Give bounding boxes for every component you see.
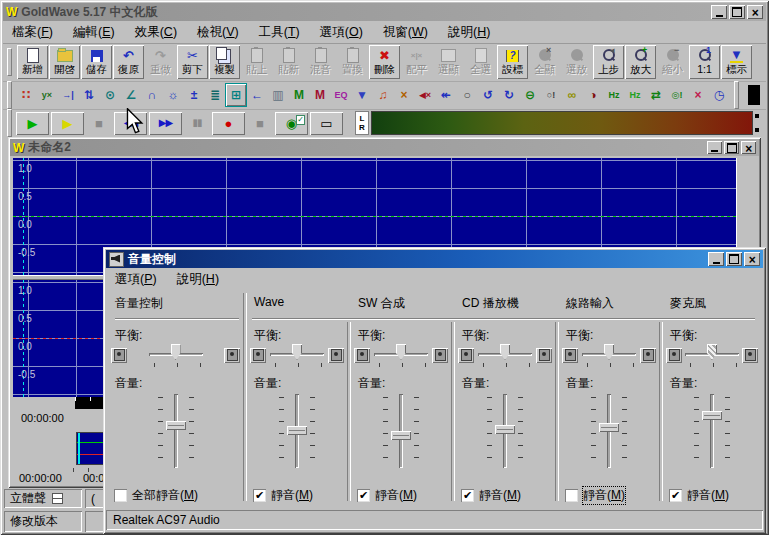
set-marker-button[interactable]: 設標 <box>497 45 528 79</box>
balance-slider[interactable] <box>580 342 638 368</box>
undo-button[interactable]: ↶復原 <box>113 45 144 79</box>
fast-forward-button[interactable]: ▶▶ <box>149 112 182 135</box>
rotate-left-icon[interactable]: ↺ <box>478 84 498 106</box>
mute-label[interactable]: 靜音(M) <box>271 487 313 504</box>
timer-icon[interactable]: ◷ <box>709 84 729 106</box>
open-button[interactable]: 開啓 <box>49 45 80 79</box>
maximize-button[interactable] <box>729 5 745 19</box>
balance-thumb[interactable] <box>500 344 510 360</box>
toolbar-grip[interactable] <box>7 109 12 137</box>
fit-window-icon[interactable]: ⇅ <box>79 84 99 106</box>
volume-match-icon[interactable]: ◎! <box>667 84 687 106</box>
prev-zoom-button[interactable]: ◂上步 <box>593 45 624 79</box>
balance-slider[interactable] <box>268 342 326 368</box>
mute-checkbox[interactable]: ✔ <box>669 489 682 502</box>
stereo-link-icon[interactable]: ∞ <box>562 84 582 106</box>
mute-checkbox[interactable]: ✔ <box>357 489 370 502</box>
close-button[interactable] <box>747 5 763 19</box>
volume-thumb[interactable] <box>391 431 411 440</box>
volume-slider[interactable] <box>152 391 200 475</box>
statistics-icon[interactable]: ▥ <box>268 84 288 106</box>
toolbar-grip[interactable] <box>7 81 12 109</box>
mix-button[interactable]: 混音 <box>305 45 336 79</box>
one-to-one-button[interactable]: 11:1 <box>689 45 720 79</box>
loop-icon[interactable]: ∩ <box>142 84 162 106</box>
silence-icon[interactable]: ◀× <box>415 84 435 106</box>
stop-button[interactable]: ■ <box>86 112 112 135</box>
volume-thumb[interactable] <box>287 426 307 435</box>
balance-thumb[interactable] <box>292 344 302 360</box>
main-titlebar[interactable]: W GoldWave 5.17 中文化版 <box>3 3 766 21</box>
mute-checkbox[interactable]: ✔ <box>253 489 266 502</box>
monitor-toggle-button[interactable]: ◉✓ <box>275 112 308 135</box>
maximize-selection-icon[interactable]: ⊞ <box>226 84 246 106</box>
channel-convert-icon[interactable]: ⇄ <box>646 84 666 106</box>
mute-checkbox[interactable] <box>114 489 127 502</box>
show-all-button[interactable]: ×全顯 <box>529 45 560 79</box>
menu-edit[interactable]: 編輯(E) <box>73 24 115 41</box>
effects-gear-icon[interactable]: ☼ <box>163 84 183 106</box>
mute-label[interactable]: 靜音(M) <box>583 487 625 504</box>
menu-tool[interactable]: 工具(T) <box>259 24 300 41</box>
volume-slider[interactable] <box>377 391 425 475</box>
mixer-titlebar[interactable]: 音量控制 <box>106 250 763 268</box>
cut-button[interactable]: ✂剪下 <box>177 45 208 79</box>
invert-icon[interactable]: ± <box>184 84 204 106</box>
balance-slider[interactable] <box>476 342 534 368</box>
maximize-button[interactable] <box>726 252 742 266</box>
mute-label[interactable]: 靜音(M) <box>375 487 417 504</box>
volume-thumb[interactable] <box>166 421 186 430</box>
noise-reduction-icon[interactable]: × <box>394 84 414 106</box>
equalizer-icon[interactable]: EQ <box>331 84 351 106</box>
menu-options[interactable]: 選項(O) <box>320 24 363 41</box>
balance-thumb[interactable] <box>604 344 614 360</box>
mixer-icon[interactable]: ≣ <box>205 84 225 106</box>
copy-button[interactable]: 複製 <box>209 45 240 79</box>
balance-slider[interactable] <box>372 342 430 368</box>
balance-slider[interactable] <box>683 342 741 368</box>
compressor-icon[interactable]: ⊖ <box>520 84 540 106</box>
mixer-menu-options[interactable]: 選項(P) <box>115 271 157 288</box>
play-button[interactable]: ▶ <box>16 112 49 135</box>
menu-help[interactable]: 說明(H) <box>448 24 490 41</box>
minimize-button[interactable] <box>708 252 724 266</box>
playback-rate-icon[interactable]: Hz <box>604 84 624 106</box>
volume-slider[interactable] <box>273 391 321 475</box>
balance-thumb[interactable] <box>707 344 717 360</box>
redo-button[interactable]: ↷重做 <box>145 45 176 79</box>
mute-checkbox[interactable] <box>565 489 578 502</box>
editor-titlebar[interactable]: W 未命名2 <box>10 139 759 156</box>
paste-button[interactable]: 貼上 <box>241 45 272 79</box>
menu-view[interactable]: 檢視(V) <box>197 24 239 41</box>
volume-slider[interactable] <box>688 391 736 475</box>
balance-thumb[interactable] <box>171 344 181 360</box>
balance-slider[interactable] <box>147 342 205 368</box>
volume-thumb[interactable] <box>702 411 722 420</box>
select-view-button[interactable]: 選顯 <box>433 45 464 79</box>
resample-icon[interactable]: Hz <box>625 84 645 106</box>
shape-volume-icon[interactable]: ⊙ <box>100 84 120 106</box>
trim-button[interactable]: ×|×配平 <box>401 45 432 79</box>
ramp-icon[interactable]: ∠ <box>121 84 141 106</box>
mute-label[interactable]: 靜音(M) <box>479 487 521 504</box>
offset-icon[interactable]: ○ <box>457 84 477 106</box>
expression-icon[interactable]: y× <box>37 84 57 106</box>
spectrogram-icon[interactable]: ♫ <box>373 84 393 106</box>
toolbar-grip[interactable] <box>7 48 12 76</box>
mark-out-icon[interactable]: M <box>310 84 330 106</box>
rotate-right-icon[interactable]: ↻ <box>499 84 519 106</box>
zoom-selection-button[interactable]: 選放 <box>561 45 592 79</box>
previous-icon[interactable]: ← <box>247 84 267 106</box>
mute-checkbox[interactable]: ✔ <box>461 489 474 502</box>
monitor-window-button[interactable]: ▭ <box>310 112 343 135</box>
minimize-button[interactable] <box>711 5 727 19</box>
trim-silence-icon[interactable]: ↞ <box>436 84 456 106</box>
minimize-button[interactable] <box>707 141 722 154</box>
seek-end-icon[interactable]: →| <box>58 84 78 106</box>
volume-slider[interactable] <box>585 391 633 475</box>
record-stop-button[interactable]: ■ <box>247 112 273 135</box>
zoom-out-button[interactable]: −縮小 <box>657 45 688 79</box>
menu-window[interactable]: 視窗(W) <box>383 24 428 41</box>
save-button[interactable]: 儲存 <box>81 45 112 79</box>
close-button[interactable] <box>741 141 756 154</box>
